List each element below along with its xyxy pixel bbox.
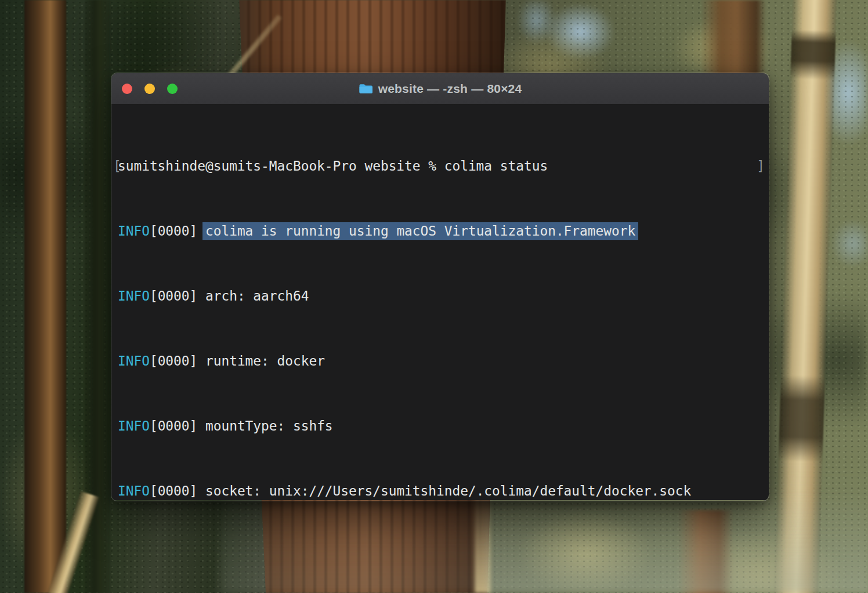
fullscreen-button[interactable] — [167, 84, 178, 94]
log-separator — [197, 483, 205, 498]
terminal-titlebar[interactable]: website — -zsh — 80×24 — [111, 73, 769, 104]
log-level: INFO — [118, 418, 150, 433]
log-separator — [197, 288, 205, 303]
window-title: website — -zsh — 80×24 — [378, 82, 522, 96]
terminal-window: website — -zsh — 80×24 [sumitshinde@sumi… — [111, 73, 769, 501]
prompt-start-mark: [ — [113, 158, 121, 174]
log-tag: [0000] — [150, 483, 197, 498]
log-separator — [197, 353, 205, 368]
folder-icon — [359, 83, 373, 95]
log-message: socket: unix:///Users/sumitshinde/.colim… — [205, 483, 691, 498]
log-level: INFO — [118, 353, 150, 368]
log-line: INFO[0000] arch: aarch64 — [118, 288, 762, 304]
close-button[interactable] — [122, 84, 132, 94]
log-level: INFO — [118, 223, 150, 238]
window-title-area: website — -zsh — 80×24 — [111, 73, 769, 104]
prompt-command-line: [sumitshinde@sumits-MacBook-Pro website … — [118, 158, 762, 174]
log-message: mountType: sshfs — [205, 418, 333, 433]
log-tag: [0000] — [150, 353, 197, 368]
wallpaper-tree-trunk-left — [24, 0, 66, 593]
log-tag: [0000] — [150, 418, 197, 433]
log-tag: [0000] — [150, 288, 197, 303]
log-line: INFO[0000] runtime: docker — [118, 353, 762, 369]
log-level: INFO — [118, 483, 150, 498]
window-controls — [111, 84, 178, 94]
log-line: INFO[0000] colima is running using macOS… — [118, 223, 762, 239]
log-message: arch: aarch64 — [205, 288, 309, 303]
log-message: runtime: docker — [205, 353, 325, 368]
log-level: INFO — [118, 288, 150, 303]
log-separator — [197, 418, 205, 433]
log-message-selected: colima is running using macOS Virtualiza… — [202, 222, 638, 240]
log-tag: [0000] — [150, 223, 197, 238]
terminal-content[interactable]: [sumitshinde@sumits-MacBook-Pro website … — [111, 104, 769, 500]
prompt-end-mark: ] — [757, 158, 765, 174]
command-text: sumitshinde@sumits-MacBook-Pro website %… — [118, 158, 548, 173]
log-line: INFO[0000] mountType: sshfs — [118, 418, 762, 434]
log-line: INFO[0000] socket: unix:///Users/sumitsh… — [118, 483, 762, 499]
minimize-button[interactable] — [144, 84, 155, 94]
